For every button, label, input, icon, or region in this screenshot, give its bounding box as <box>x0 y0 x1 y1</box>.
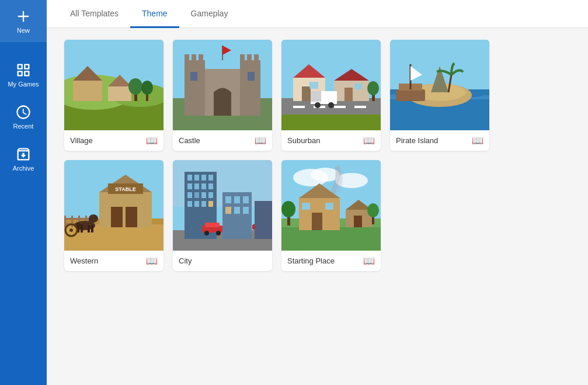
sidebar: New My Games Recent Archive <box>0 0 47 385</box>
svg-rect-20 <box>199 54 203 63</box>
templates-grid: Village 📖 <box>64 40 570 271</box>
svg-rect-100 <box>201 183 206 189</box>
svg-rect-68 <box>126 207 137 227</box>
svg-rect-39 <box>309 82 318 89</box>
svg-rect-115 <box>234 207 240 214</box>
template-image-starting-place <box>281 160 381 251</box>
book-icon-western: 📖 <box>146 255 158 266</box>
svg-rect-25 <box>190 72 197 81</box>
svg-rect-116 <box>243 207 249 214</box>
svg-point-84 <box>69 228 73 232</box>
svg-rect-16 <box>185 60 205 116</box>
svg-rect-26 <box>248 72 255 81</box>
svg-rect-34 <box>334 106 346 108</box>
svg-rect-45 <box>311 91 321 102</box>
sidebar-item-new[interactable]: New <box>0 0 47 42</box>
svg-point-10 <box>128 78 142 95</box>
svg-point-82 <box>89 214 98 223</box>
template-card-castle[interactable]: Castle 📖 <box>173 40 272 151</box>
svg-point-46 <box>315 102 321 108</box>
svg-rect-95 <box>194 175 199 181</box>
sidebar-item-recent[interactable]: Recent <box>0 96 47 138</box>
template-footer-starting-place: Starting Place 📖 <box>281 251 381 271</box>
svg-rect-31 <box>281 115 381 130</box>
svg-point-137 <box>281 201 295 217</box>
sidebar-new-label: New <box>17 27 30 34</box>
template-footer-castle: Castle 📖 <box>173 130 272 151</box>
template-name-starting-place: Starting Place <box>287 256 335 265</box>
svg-rect-81 <box>91 226 93 233</box>
svg-rect-23 <box>254 54 259 63</box>
template-name-western: Western <box>70 256 98 265</box>
book-icon-village: 📖 <box>146 135 158 146</box>
template-image-castle <box>173 40 272 130</box>
svg-rect-35 <box>354 106 366 108</box>
sidebar-my-games-label: My Games <box>8 81 39 88</box>
svg-point-49 <box>367 81 379 95</box>
template-image-city <box>173 160 272 251</box>
svg-rect-132 <box>325 203 333 210</box>
template-card-pirate-island[interactable]: Pirate Island 📖 <box>390 40 489 151</box>
template-name-city: City <box>179 256 192 265</box>
svg-point-120 <box>204 231 209 235</box>
svg-rect-55 <box>396 89 425 101</box>
svg-rect-32 <box>293 106 305 108</box>
template-image-suburban <box>281 40 381 130</box>
template-footer-pirate-island: Pirate Island 📖 <box>390 130 489 151</box>
svg-rect-113 <box>243 196 249 203</box>
archive-icon <box>15 146 32 162</box>
template-name-pirate-island: Pirate Island <box>396 136 438 145</box>
templates-content: Village 📖 <box>47 28 588 385</box>
template-card-western[interactable]: STABLE <box>64 160 163 271</box>
svg-point-47 <box>328 102 334 108</box>
book-icon-pirate-island: 📖 <box>472 135 483 146</box>
tab-theme[interactable]: Theme <box>130 1 179 28</box>
tab-bar: All Templates Theme Gameplay <box>47 0 588 28</box>
sidebar-archive-label: Archive <box>13 165 34 172</box>
svg-rect-101 <box>208 183 213 189</box>
svg-text:STABLE: STABLE <box>115 186 135 192</box>
svg-rect-99 <box>194 183 199 189</box>
svg-rect-24 <box>214 92 231 116</box>
svg-rect-119 <box>205 223 220 227</box>
recent-icon <box>15 104 32 120</box>
svg-point-12 <box>141 81 153 95</box>
template-name-suburban: Suburban <box>287 136 320 145</box>
svg-rect-17 <box>240 60 260 116</box>
main-content: All Templates Theme Gameplay <box>47 0 588 385</box>
svg-rect-5 <box>73 81 102 101</box>
svg-rect-18 <box>185 54 189 63</box>
svg-rect-105 <box>208 192 213 198</box>
svg-rect-131 <box>302 203 310 210</box>
template-card-starting-place[interactable]: Starting Place 📖 <box>281 160 381 271</box>
template-card-city[interactable]: City 📖 <box>173 160 272 271</box>
template-card-suburban[interactable]: Suburban 📖 <box>281 40 381 151</box>
svg-rect-22 <box>247 54 252 63</box>
sidebar-item-my-games[interactable]: My Games <box>0 54 47 96</box>
svg-rect-98 <box>187 183 192 189</box>
template-footer-city: City 📖 <box>173 251 272 271</box>
sidebar-recent-label: Recent <box>13 123 34 130</box>
svg-rect-42 <box>345 88 353 101</box>
tab-all-templates[interactable]: All Templates <box>58 1 130 28</box>
template-name-village: Village <box>70 136 93 145</box>
template-footer-suburban: Suburban 📖 <box>281 130 381 151</box>
svg-rect-135 <box>354 216 362 227</box>
svg-point-121 <box>216 231 221 235</box>
sidebar-item-archive[interactable]: Archive <box>0 138 47 180</box>
svg-rect-102 <box>187 192 192 198</box>
template-card-village[interactable]: Village 📖 <box>64 40 163 151</box>
svg-rect-114 <box>225 207 231 214</box>
svg-point-139 <box>367 203 379 217</box>
my-games-icon <box>15 62 32 78</box>
svg-rect-130 <box>312 213 322 230</box>
svg-rect-97 <box>208 175 213 181</box>
svg-rect-38 <box>302 86 311 101</box>
svg-rect-107 <box>194 201 199 207</box>
svg-rect-117 <box>255 201 272 239</box>
svg-rect-7 <box>108 86 131 101</box>
book-icon-castle: 📖 <box>255 135 266 146</box>
svg-rect-21 <box>240 54 245 63</box>
tab-gameplay[interactable]: Gameplay <box>179 1 240 28</box>
template-image-village <box>64 40 163 130</box>
